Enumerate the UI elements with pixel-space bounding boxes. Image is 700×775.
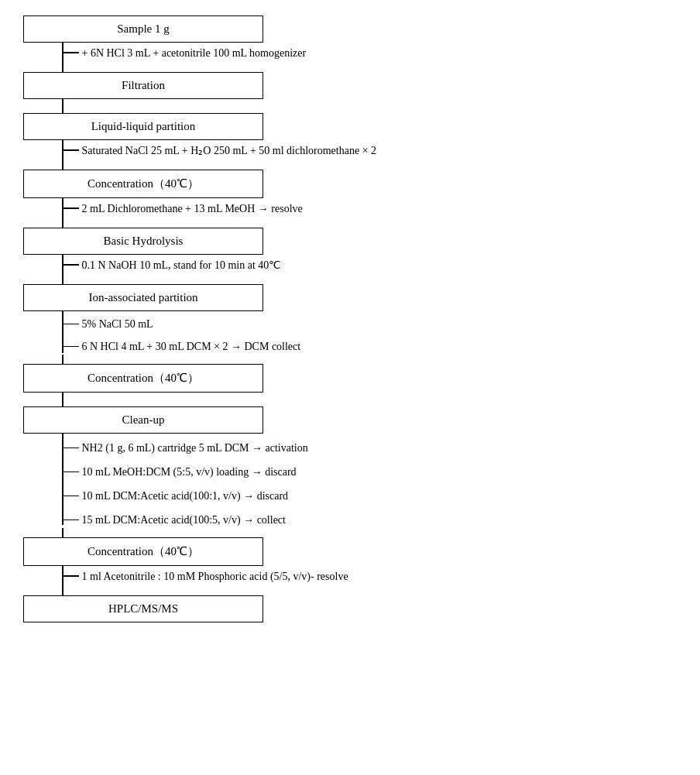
step-after-cleanup1: NH2 (1 g, 6 mL) cartridge 5 mL DCM → act… [79, 440, 308, 456]
step-after-liquid: Saturated NaCl 25 mL + H₂O 250 mL + 50 m… [79, 142, 377, 159]
step-after-ion2: 6 N HCl 4 mL + 30 mL DCM × 2 → DCM colle… [79, 338, 301, 355]
concentration2-row: Concentration（40℃） [23, 364, 689, 393]
sample-row: Sample 1 g [23, 15, 689, 43]
concentration1-row: Concentration（40℃） [23, 170, 689, 198]
vert-conn3 [23, 99, 63, 113]
basic-hydrolysis-row: Basic Hydrolysis [23, 228, 689, 255]
cleanup-box: Clean-up [23, 406, 263, 434]
ion-partition-box: Ion-associated partition [23, 284, 263, 311]
cleanup-row: Clean-up [23, 406, 689, 434]
concentration1-box: Concentration（40℃） [23, 170, 263, 198]
step-after-sample: + 6N HCl 3 mL + acetonitrile 100 mL homo… [79, 45, 307, 61]
step-after-cleanup3: 10 mL DCM:Acetic acid(100:1, v/v) → disc… [79, 488, 289, 504]
step-after-concentration3: 1 ml Acetonitrile : 10 mM Phosphoric aci… [79, 568, 348, 585]
step-after-ion1: 5% NaCl 50 mL [79, 316, 153, 332]
liquid-box: Liquid-liquid partition [23, 113, 263, 140]
sample-box: Sample 1 g [23, 15, 263, 43]
step-after-basic: 0.1 N NaOH 10 mL, stand for 10 min at 40… [79, 257, 282, 273]
step-after-cleanup4: 15 mL DCM:Acetic acid(100:5, v/v) → coll… [79, 512, 286, 528]
basic-hydrolysis-box: Basic Hydrolysis [23, 228, 263, 255]
step-after-cleanup2: 10 mL MeOH:DCM (5:5, v/v) loading → disc… [79, 464, 297, 480]
branch-line [63, 52, 79, 53]
ion-partition-row: Ion-associated partition [23, 284, 689, 311]
step-after-concentration1: 2 mL Dichloromethane + 13 mL MeOH → reso… [79, 201, 303, 217]
filtration-box: Filtration [23, 72, 263, 99]
hplc-row: HPLC/MS/MS [23, 595, 689, 622]
concentration3-box: Concentration（40℃） [23, 537, 263, 566]
concentration2-box: Concentration（40℃） [23, 364, 263, 393]
concentration3-row: Concentration（40℃） [23, 537, 689, 566]
hplc-box: HPLC/MS/MS [23, 595, 263, 622]
flowchart: Sample 1 g + 6N HCl 3 mL + acetonitrile … [23, 15, 689, 622]
filtration-row: Filtration [23, 72, 689, 99]
sample-connector: + 6N HCl 3 mL + acetonitrile 100 mL homo… [23, 43, 689, 63]
liquid-row: Liquid-liquid partition [23, 113, 689, 140]
vert-connector2 [23, 63, 63, 72]
